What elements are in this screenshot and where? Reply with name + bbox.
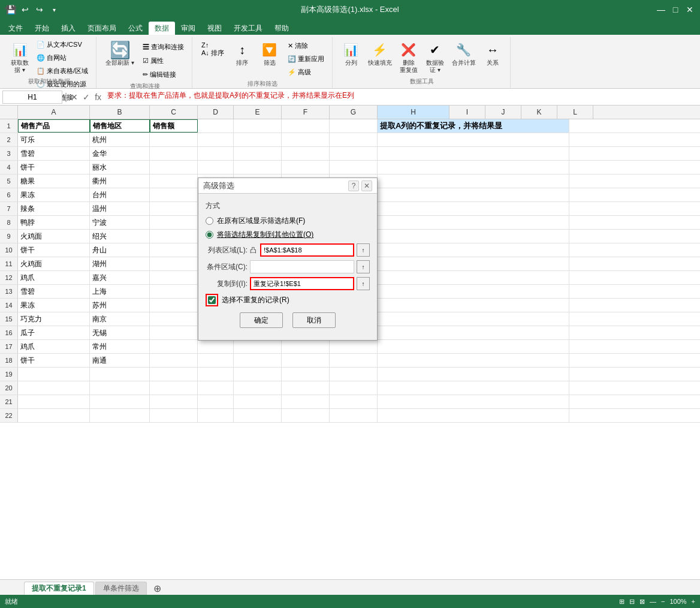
col-header-g[interactable]: G [330,106,378,119]
table-row: 20 [0,381,700,395]
cell-c2[interactable] [150,133,198,146]
cancel-formula-icon[interactable]: ✕ [70,91,79,103]
table-row: 19 [0,368,700,381]
maximize-btn[interactable]: □ [670,4,681,15]
close-btn[interactable]: ✕ [684,4,695,15]
btn-advanced[interactable]: ⚡ 高级 [285,66,327,79]
btn-get-data[interactable]: 📊 获取数据 ▾ [7,38,32,76]
radio-label-2[interactable]: 将筛选结果复制到其他位置(O) [217,230,313,240]
btn-edit-links[interactable]: ✏ 编辑链接 [140,68,187,81]
col-header-i[interactable]: I [449,106,485,119]
tab-file[interactable]: 文件 [2,22,29,35]
radio-filter-copy[interactable] [206,231,213,239]
btn-split[interactable]: 📊 分列 [339,38,364,68]
col-header-f[interactable]: F [282,106,330,119]
table-row: 18 饼干 南通 [0,354,700,368]
dialog-help-btn[interactable]: ? [348,180,359,191]
scroll-left-icon[interactable]: ◄ [2,4,10,12]
list-range-input[interactable] [260,243,354,257]
unique-records-checkbox[interactable] [208,296,216,304]
btn-filter[interactable]: 🔽 筛选 [257,38,282,68]
list-range-picker[interactable]: ↑ [357,243,370,257]
confirm-formula-icon[interactable]: ✓ [82,91,91,103]
advanced-filter-dialog: 高级筛选 ? ✕ 方式 在原有区域显示筛选结果(F) 将筛选结果复制到其他位置(… [198,177,378,341]
btn-validate[interactable]: ✔ 数据验证 ▾ [423,38,448,76]
btn-consolidate[interactable]: 🔧 合并计算 [449,38,479,68]
cell-a1[interactable]: 销售产品 [18,119,90,133]
col-header-c[interactable]: C [150,106,198,119]
col-header-d[interactable]: D [198,106,234,119]
minimize-btn[interactable]: — [656,4,666,15]
scroll-right-icon[interactable]: ► [11,4,18,12]
cell-e1[interactable] [234,119,282,133]
btn-clear[interactable]: ✕ 清除 [285,40,327,52]
btn-remove-dupe[interactable]: ❌ 删除重复值 [396,38,421,76]
redo-icon[interactable]: ↪ [34,4,46,16]
tab-review[interactable]: 审阅 [175,22,201,35]
tab-data[interactable]: 数据 [149,22,175,35]
col-header-j[interactable]: J [485,106,521,119]
tab-dev[interactable]: 开发工具 [228,22,268,35]
checkbox-label[interactable]: 选择不重复的记录(R) [222,295,289,305]
group-data-tools: 📊 分列 ⚡ 快速填充 ❌ 删除重复值 ✔ 数据验证 ▾ 🔧 合并计算 ↔ 关系 [334,37,511,88]
col-header-k[interactable]: K [521,106,557,119]
zoom-in-btn[interactable]: + [692,598,695,605]
cell-c1[interactable]: 销售额 [150,119,198,133]
btn-query-connect[interactable]: ☰ 查询和连接 [140,41,187,53]
criteria-range-input[interactable] [250,260,354,273]
remove-dupe-icon: ❌ [399,40,418,59]
btn-properties[interactable]: ☑ 属性 [140,55,187,67]
tab-insert[interactable]: 插入 [55,22,82,35]
add-sheet-btn[interactable]: ⊕ [150,582,165,595]
insert-function-icon[interactable]: fx [93,91,102,103]
undo-icon[interactable]: ↩ [19,4,31,16]
btn-from-table[interactable]: 📋 来自表格/区域 [34,65,91,77]
cell-f1[interactable] [282,119,330,133]
btn-flash-fill[interactable]: ⚡ 快速填充 [365,38,395,68]
cancel-button[interactable]: 取消 [292,312,336,328]
sheet-tab-1[interactable]: 提取不重复记录1 [24,582,94,595]
formula-bar: H1 | ✕ ✓ fx 要求：提取在售产品清单，也就是提取A列的不重复记录，并将… [0,89,700,106]
cell-g1[interactable] [330,119,378,133]
dialog-footer: 确定 取消 [206,312,370,333]
cell-b2[interactable]: 杭州 [90,133,150,146]
btn-from-web[interactable]: 🌐 自网站 [34,52,91,64]
criteria-range-picker[interactable]: ↑ [357,260,370,273]
copy-to-input[interactable] [250,277,354,290]
formula-input[interactable]: 要求：提取在售产品清单，也就是提取A列的不重复记录，并将结果显示在E列 [105,91,698,104]
zoom-out-btn[interactable]: − [661,598,665,605]
btn-sort-az[interactable]: Z↑A↓ 排序 [198,40,227,59]
tab-start[interactable]: 开始 [29,22,55,35]
radio-filter-in-place[interactable] [206,217,213,225]
page-layout-btn[interactable]: ⊟ [629,598,635,606]
tab-help[interactable]: 帮助 [268,22,295,35]
table-row: 17 鸡爪 常州 [0,340,700,354]
cell-b1[interactable]: 销售地区 [90,119,150,133]
copy-to-picker[interactable]: ↑ [357,277,370,290]
btn-relation[interactable]: ↔ 关系 [480,38,505,68]
col-header-a[interactable]: A [18,106,90,119]
tab-view[interactable]: 视图 [201,22,228,35]
dropdown-icon[interactable]: ▾ [48,4,60,16]
ok-button[interactable]: 确定 [240,312,283,328]
cell-d1[interactable] [198,119,234,133]
col-header-e[interactable]: E [234,106,282,119]
cell-a2[interactable]: 可乐 [18,133,90,146]
btn-refresh-all[interactable]: 🔄 全部刷新 ▾ [102,38,137,68]
dialog-close-btn[interactable]: ✕ [361,180,372,191]
normal-view-btn[interactable]: ⊞ [619,598,624,606]
col-header-l[interactable]: L [557,106,593,119]
cell-h1[interactable]: 要求：提取在售产品清单，也就是提取A列的不重复记录，并将结果显示在E列 [378,119,569,133]
radio-label-1[interactable]: 在原有区域显示筛选结果(F) [217,216,305,226]
btn-from-text[interactable]: 📄 从文本/CSV [34,38,91,51]
page-break-btn[interactable]: ⊠ [639,598,645,606]
col-header-b[interactable]: B [90,106,150,119]
ribbon-content: 📊 获取数据 ▾ 📄 从文本/CSV 🌐 自网站 📋 来自表格/区域 🕐 最近使… [0,35,700,89]
tab-layout[interactable]: 页面布局 [82,22,122,35]
btn-sort[interactable]: ↕ 排序 [230,38,255,68]
sheet-tab-2[interactable]: 单条件筛选 [95,582,147,595]
btn-reapply[interactable]: 🔄 重新应用 [285,53,327,65]
col-header-h[interactable]: H [378,106,449,119]
tab-formula[interactable]: 公式 [122,22,149,35]
name-box[interactable]: H1 [2,91,62,104]
